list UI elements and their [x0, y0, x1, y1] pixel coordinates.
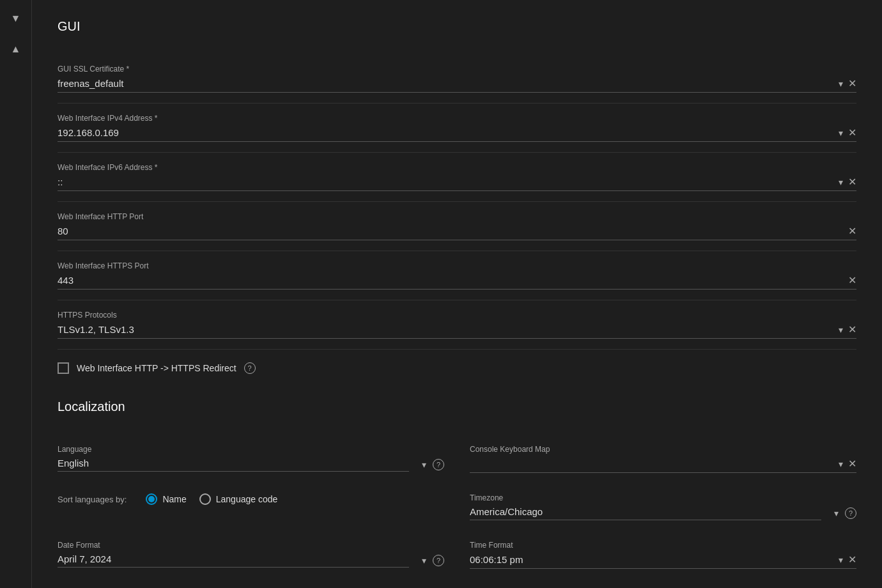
localization-top-row: Language English ▾ ? Console Keybo — [58, 435, 856, 483]
timezone-value[interactable]: America/Chicago — [470, 506, 821, 520]
date-format-help-icon[interactable]: ? — [433, 555, 444, 566]
https-protocols-field: HTTPS Protocols TLSv1.2, TLSv1.3 ▾ ✕ — [58, 300, 856, 350]
sort-language-code-option[interactable]: Language code — [199, 493, 278, 505]
time-format-field: Time Format 06:06:15 pm ▾ ✕ — [470, 530, 856, 579]
language-column: Language English ▾ ? — [58, 435, 444, 483]
console-keyboard-field: Console Keyboard Map ▾ ✕ — [470, 435, 856, 483]
gui-ssl-certificate-value: freenas_default — [58, 78, 832, 89]
gui-ssl-certificate-label: GUI SSL Certificate * — [58, 65, 856, 74]
console-keyboard-label: Console Keyboard Map — [470, 445, 856, 454]
sort-languages-group: Sort languages by: Name Language code — [58, 483, 444, 515]
time-format-label: Time Format — [470, 541, 856, 550]
http-https-redirect-label: Web Interface HTTP -> HTTPS Redirect — [77, 363, 236, 373]
ipv4-address-value-row[interactable]: 192.168.0.169 ▾ ✕ — [58, 127, 856, 142]
console-keyboard-column: Console Keyboard Map ▾ ✕ — [470, 435, 856, 483]
gui-ssl-certificate-value-row[interactable]: freenas_default ▾ ✕ — [58, 77, 856, 93]
date-format-field-with-help: April 7, 2024 ▾ ? — [58, 553, 444, 568]
time-format-dropdown-icon[interactable]: ▾ — [839, 555, 843, 565]
ipv6-dropdown-icon[interactable]: ▾ — [839, 177, 843, 187]
ipv4-clear-icon[interactable]: ✕ — [848, 127, 856, 139]
https-protocols-clear-icon[interactable]: ✕ — [848, 323, 856, 336]
timezone-field-with-help: America/Chicago ▾ ? — [470, 506, 856, 520]
sidebar-arrow-down[interactable]: ▼ — [11, 13, 21, 24]
console-keyboard-value-row[interactable]: ▾ ✕ — [470, 458, 856, 473]
language-field: Language English ▾ ? — [58, 435, 444, 482]
gui-ssl-certificate-field: GUI SSL Certificate * freenas_default ▾ … — [58, 54, 856, 104]
http-port-value-row[interactable]: 80 ✕ — [58, 225, 856, 240]
http-port-clear-icon[interactable]: ✕ — [848, 225, 856, 237]
timezone-field: Timezone America/Chicago ▾ ? — [470, 483, 856, 530]
http-https-redirect-checkbox[interactable] — [58, 362, 69, 374]
sort-name-radio[interactable] — [146, 493, 157, 505]
time-format-clear-icon[interactable]: ✕ — [848, 553, 856, 566]
localization-section-title: Localization — [58, 399, 856, 419]
ipv4-dropdown-icon[interactable]: ▾ — [839, 128, 843, 138]
https-port-label: Web Interface HTTPS Port — [58, 261, 856, 270]
time-format-value: 06:06:15 pm — [470, 554, 832, 565]
https-port-value-row[interactable]: 443 ✕ — [58, 274, 856, 290]
date-format-dropdown-icon[interactable]: ▾ — [422, 555, 426, 566]
sort-name-label: Name — [162, 494, 186, 504]
console-keyboard-clear-icon[interactable]: ✕ — [848, 458, 856, 470]
ipv4-address-field: Web Interface IPv4 Address * 192.168.0.1… — [58, 104, 856, 153]
language-dropdown-icon[interactable]: ▾ — [422, 460, 426, 470]
timezone-value-row: America/Chicago ▾ ? — [470, 506, 856, 520]
sort-language-code-radio[interactable] — [199, 493, 211, 505]
timezone-column: Timezone America/Chicago ▾ ? — [470, 483, 856, 530]
ipv6-address-field: Web Interface IPv6 Address * :: ▾ ✕ — [58, 153, 856, 202]
https-protocols-value-row[interactable]: TLSv1.2, TLSv1.3 ▾ ✕ — [58, 323, 856, 339]
ipv4-address-label: Web Interface IPv4 Address * — [58, 114, 856, 123]
language-field-with-help: English ▾ ? — [58, 458, 444, 472]
language-value[interactable]: English — [58, 458, 409, 472]
https-protocols-label: HTTPS Protocols — [58, 311, 856, 320]
http-https-redirect-group: Web Interface HTTP -> HTTPS Redirect ? — [58, 350, 856, 387]
ipv4-address-value: 192.168.0.169 — [58, 127, 832, 138]
sort-language-code-label: Language code — [216, 494, 278, 504]
http-port-field: Web Interface HTTP Port 80 ✕ — [58, 202, 856, 251]
date-time-row: Date Format April 7, 2024 ▾ ? Time — [58, 530, 856, 579]
gui-section: GUI GUI SSL Certificate * freenas_defaul… — [58, 19, 856, 387]
gui-ssl-certificate-clear-icon[interactable]: ✕ — [848, 77, 856, 89]
date-format-field: Date Format April 7, 2024 ▾ ? — [58, 530, 444, 578]
sidebar: ▼ ▲ — [0, 0, 32, 588]
https-port-value: 443 — [58, 275, 843, 286]
timezone-label: Timezone — [470, 493, 856, 502]
sidebar-arrow-up[interactable]: ▲ — [11, 43, 21, 55]
https-protocols-dropdown-icon[interactable]: ▾ — [839, 325, 843, 335]
timezone-help-icon[interactable]: ? — [845, 507, 856, 519]
ipv6-address-value: :: — [58, 176, 832, 187]
date-format-column: Date Format April 7, 2024 ▾ ? — [58, 530, 444, 579]
language-help-icon[interactable]: ? — [433, 459, 444, 470]
https-port-field: Web Interface HTTPS Port 443 ✕ — [58, 251, 856, 300]
https-protocols-value: TLSv1.2, TLSv1.3 — [58, 324, 832, 335]
gui-section-title: GUI — [58, 19, 856, 39]
https-port-clear-icon[interactable]: ✕ — [848, 274, 856, 286]
date-format-value-row: April 7, 2024 ▾ ? — [58, 553, 444, 568]
http-port-value: 80 — [58, 226, 843, 236]
sort-column: Sort languages by: Name Language code — [58, 483, 444, 530]
sort-languages-label: Sort languages by: — [58, 495, 127, 504]
time-format-value-row[interactable]: 06:06:15 pm ▾ ✕ — [470, 553, 856, 569]
localization-section: Localization Language English ▾ ? — [58, 399, 856, 579]
console-keyboard-dropdown-icon[interactable]: ▾ — [839, 459, 843, 469]
gui-ssl-certificate-dropdown-icon[interactable]: ▾ — [839, 79, 843, 89]
main-content: GUI GUI SSL Certificate * freenas_defaul… — [32, 0, 882, 588]
language-label: Language — [58, 445, 444, 454]
http-https-redirect-help-icon[interactable]: ? — [244, 362, 256, 374]
http-port-label: Web Interface HTTP Port — [58, 212, 856, 221]
ipv6-address-label: Web Interface IPv6 Address * — [58, 163, 856, 172]
language-value-row: English ▾ ? — [58, 458, 444, 472]
ipv6-clear-icon[interactable]: ✕ — [848, 176, 856, 188]
sort-timezone-row: Sort languages by: Name Language code — [58, 483, 856, 530]
ipv6-address-value-row[interactable]: :: ▾ ✕ — [58, 176, 856, 191]
time-format-column: Time Format 06:06:15 pm ▾ ✕ — [470, 530, 856, 579]
timezone-dropdown-icon[interactable]: ▾ — [834, 508, 839, 518]
date-format-label: Date Format — [58, 541, 444, 550]
sort-name-option[interactable]: Name — [146, 493, 186, 505]
date-format-value[interactable]: April 7, 2024 — [58, 553, 409, 568]
